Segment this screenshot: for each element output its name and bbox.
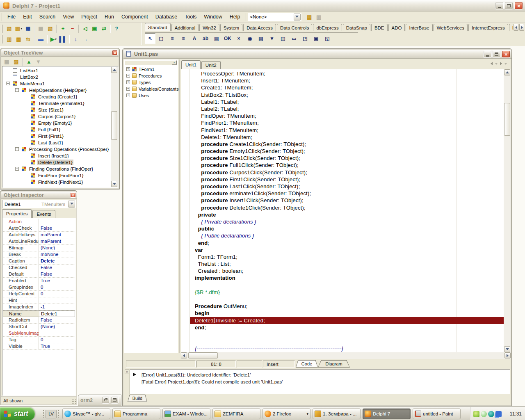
popupmenu-tool[interactable]: ≡ [178, 33, 189, 44]
new-window-button[interactable]: ▬ [36, 35, 46, 44]
code-vscroll-thumb[interactable] [504, 103, 510, 136]
menu-database[interactable]: Database [152, 11, 181, 23]
property-row-autocheck[interactable]: AutoCheckFalse [3, 225, 75, 232]
expander-icon[interactable]: − [15, 147, 19, 151]
property-row-hint[interactable]: Hint [3, 297, 75, 304]
clock[interactable]: 11:31 [510, 411, 525, 417]
treeview-item[interactable]: ListBox1 [3, 67, 111, 74]
code-line[interactable]: var [190, 247, 504, 253]
scroll-up-button[interactable] [111, 67, 117, 73]
view-unit-button[interactable]: ◁ [80, 24, 90, 33]
object-inspector-title-bar[interactable]: Object Inspector [1, 192, 77, 199]
minimize-button[interactable] [495, 2, 504, 9]
explorer-item[interactable]: +TForm1 [124, 66, 178, 73]
palette-tab-interbase[interactable]: InterBase [406, 24, 432, 31]
navigate-back-icon[interactable] [489, 62, 493, 65]
label-tool[interactable]: A [189, 33, 200, 44]
code-line[interactable]: procedure Curpos1Click(Sender: TObject); [190, 169, 504, 176]
code-line[interactable]: Created : boolean; [190, 267, 504, 274]
taskbar-button-image[interactable]: EXAM - Windo... [162, 409, 210, 419]
palette-scroll-right[interactable] [519, 24, 524, 31]
form2-restore-button[interactable] [102, 396, 110, 404]
toolbar-grip[interactable] [2, 35, 3, 43]
network-tray-icon[interactable] [495, 411, 502, 417]
property-row-default[interactable]: DefaultFalse [3, 271, 75, 278]
taskbar-button-music[interactable]: 1. Земфира - ... [313, 409, 361, 419]
build-tab[interactable]: Build [128, 395, 147, 402]
palette-tab-additional[interactable]: Additional [171, 24, 199, 31]
property-row-name[interactable]: NameDelete1 [3, 310, 75, 317]
scrollbar-tool[interactable]: ◫ [278, 33, 288, 44]
code-line[interactable]: Form1: TForm1; [190, 253, 504, 260]
code-line[interactable]: procedure Create1Click(Sender: TObject); [190, 141, 504, 148]
property-row-checked[interactable]: CheckedFalse [3, 265, 75, 271]
property-row-bitmap[interactable]: Bitmap(None) [3, 245, 75, 251]
back-dropdown-icon[interactable] [495, 63, 498, 66]
treeview-item[interactable]: First {First1} [3, 133, 111, 139]
code-line[interactable]: { Public declarations } [190, 232, 504, 239]
view-forms-button[interactable]: ▩ [14, 35, 23, 44]
close-button[interactable] [514, 2, 523, 9]
save-button[interactable]: ▦ [23, 24, 33, 33]
scroll-down-button[interactable] [111, 181, 117, 187]
code-line[interactable]: TheList : List; [190, 260, 504, 267]
property-row-enabled[interactable]: EnabledTrue [3, 278, 75, 284]
code-line[interactable]: private [190, 211, 504, 218]
trace-into-button[interactable]: ↓ [71, 35, 80, 44]
save-desktop-button[interactable]: ▦ [305, 12, 314, 21]
property-row-groupindex[interactable]: GroupIndex0 [3, 284, 75, 291]
code-line[interactable]: end; [190, 324, 504, 331]
menu-tools[interactable]: Tools [181, 11, 200, 23]
open-project-button[interactable]: ▧ [46, 24, 55, 33]
code-line[interactable] [190, 331, 504, 338]
add-file-button[interactable]: + [58, 24, 68, 33]
code-line[interactable]: end; [190, 240, 504, 247]
property-row-tag[interactable]: Tag0 [3, 337, 75, 343]
help-contents-button[interactable]: ? [112, 24, 121, 33]
menu-component[interactable]: Component [118, 11, 152, 23]
code-line[interactable]: Procedure OutMenu; [190, 303, 504, 310]
forward-dropdown-icon[interactable] [504, 63, 507, 66]
menu-grip[interactable] [1, 13, 2, 21]
code-line[interactable] [190, 296, 504, 303]
toggle-form-unit-button[interactable]: ⇄ [99, 24, 109, 33]
explorer-item[interactable]: +Types [124, 79, 178, 86]
editor-minimize-button[interactable] [483, 50, 492, 58]
code-editor[interactable]: ProcessOper: TMenuItem; Insert1: TMenuIt… [181, 69, 504, 352]
edit-tool[interactable]: ab [200, 33, 211, 44]
app-title-bar[interactable]: Delphi 7 - Project1 [0, 0, 525, 11]
treeview-item[interactable]: FindNext {FindNext1} [3, 179, 111, 185]
code-line[interactable]: FindPrior1: TMenuItem; [190, 119, 504, 126]
code-scroll-left-button[interactable] [181, 352, 187, 358]
treeview-item[interactable]: FindPrior {FindPrior1} [3, 172, 111, 179]
messenger-tray-icon[interactable] [481, 411, 487, 417]
palette-tab-ado[interactable]: ADO [388, 24, 405, 31]
code-line[interactable]: Create1: TMenuItem; [190, 84, 504, 91]
swap-form-unit-button[interactable]: ⇆ [23, 35, 33, 44]
property-row-break[interactable]: BreakmbNone [3, 251, 75, 258]
object-inspector-close-button[interactable] [70, 192, 76, 198]
property-row-autolinereduc[interactable]: AutoLineReducmaParent [3, 238, 75, 245]
message-item[interactable]: [Fatal Error] Project1.dpr(6): Could not… [130, 378, 510, 385]
treeview-item[interactable]: −Finding Operations {FindOper} [3, 166, 111, 172]
explorer-close-button[interactable]: × [172, 61, 176, 65]
code-hscroll-thumb[interactable] [188, 352, 218, 358]
explorer-item[interactable]: +Procedures [124, 73, 178, 79]
checkbox-tool[interactable]: × [233, 33, 244, 44]
palette-tab-webservices[interactable]: WebServices [434, 24, 468, 31]
palette-tab-internetexpress[interactable]: InternetExpress [468, 24, 508, 31]
treeview-item[interactable]: Curpos {Curpos1} [3, 113, 111, 120]
code-line[interactable]: Label1: TLabel; [190, 98, 504, 105]
treeview-scroll-thumb[interactable] [111, 111, 117, 140]
property-row-helpcontext[interactable]: HelpContext0 [3, 291, 75, 297]
code-line[interactable]: ListBox2: TListBox; [190, 91, 504, 98]
taskbar-button-skype[interactable]: Skype™ - giv... [62, 409, 110, 419]
listbox-tool[interactable]: ▤ [256, 33, 266, 44]
pause-button[interactable]: ▌▌ [58, 35, 68, 44]
maximize-button[interactable] [504, 2, 513, 9]
treeview-item[interactable]: ListBox2 [3, 74, 111, 80]
code-scroll-up-button[interactable] [504, 69, 510, 75]
menu-edit[interactable]: Edit [19, 11, 36, 23]
palette-tab-system[interactable]: System [220, 24, 242, 31]
taskbar-button-delphi[interactable]: Delphi 7 [363, 409, 411, 419]
